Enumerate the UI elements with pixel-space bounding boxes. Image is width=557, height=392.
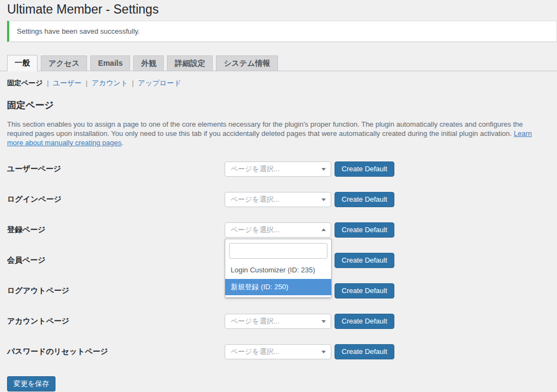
create-default-button[interactable]: Create Default [335,283,394,298]
save-changes-button[interactable]: 変更を保存 [7,376,55,391]
settings-tab-label: アクセス [48,59,79,67]
field-label: 会員ページ [7,256,225,265]
settings-tab-label: 一般 [15,58,30,67]
settings-tab[interactable]: Emails [90,55,130,71]
settings-row: アカウントページ ページを選択... Create Default [7,314,557,329]
page-select-placeholder: ページを選択... [231,225,280,235]
create-default-button[interactable]: Create Default [335,344,394,359]
dropdown-option[interactable]: Login Customizer (ID: 235) [225,263,331,277]
page-select[interactable]: ページを選択... [225,314,331,329]
field-label: パスワードのリセットページ [7,347,225,357]
success-notice-message: Settings have been saved successfully. [17,27,140,35]
section-description-period: . [121,139,123,147]
chevron-down-icon [321,198,326,201]
settings-tabs: 一般アクセスEmails外観詳細設定システム情報 [0,55,557,71]
dropdown-options: Login Customizer (ID: 235)新規登録 (ID: 250) [225,263,331,295]
create-default-button[interactable]: Create Default [335,192,394,207]
settings-tab-label: システム情報 [224,59,270,67]
page-select[interactable]: ページを選択... [225,344,331,359]
settings-tab[interactable]: アクセス [41,55,87,71]
create-default-button[interactable]: Create Default [335,222,394,238]
page-select[interactable]: ページを選択... Login Customizer (ID: 235)新規登録… [225,222,331,238]
dropdown-option[interactable]: 新規登録 (ID: 250) [225,279,331,295]
settings-tab[interactable]: システム情報 [216,55,277,71]
field-label: ユーザーページ [7,164,225,174]
field-label: ログアウトページ [7,286,225,296]
page-select[interactable]: ページを選択... [225,192,331,207]
page-select[interactable]: ページを選択... [225,161,331,177]
page-select-placeholder: ページを選択... [231,195,280,204]
page-select-placeholder: ページを選択... [231,347,280,357]
field-label: ログインページ [7,195,225,204]
create-default-button[interactable]: Create Default [335,161,394,177]
subnav-separator: | [84,79,90,87]
settings-tab-label: 詳細設定 [175,59,205,67]
field-label: アカウントページ [7,316,225,326]
subnav: 固定ページ | ユーザー | アカウント | アップロード [7,79,557,87]
chevron-down-icon [321,320,326,323]
chevron-down-icon [321,168,326,171]
settings-tab-label: Emails [98,59,122,67]
settings-row: 登録ページ ページを選択... Login Customizer (ID: 23… [7,222,557,238]
page-title: Ultimate Member - Settings [7,0,557,16]
settings-tab[interactable]: 一般 [7,55,38,71]
select-dropdown: Login Customizer (ID: 235)新規登録 (ID: 250) [225,239,332,298]
create-default-button[interactable]: Create Default [335,314,394,329]
subnav-separator: | [130,79,136,87]
subnav-link[interactable]: アップロード [138,79,182,87]
settings-row: ユーザーページ ページを選択... Create Default [7,161,557,177]
subnav-item-current[interactable]: 固定ページ [7,79,43,87]
settings-row: パスワードのリセットページ ページを選択... Create Default [7,344,557,359]
settings-tab-label: 外観 [141,59,156,67]
settings-tab[interactable]: 詳細設定 [167,55,213,71]
settings-tab[interactable]: 外観 [133,55,164,71]
section-description-text: This section enables you to assign a pag… [7,120,523,138]
chevron-down-icon [321,228,326,231]
subnav-link[interactable]: ユーザー [53,79,82,87]
section-heading: 固定ページ [7,100,557,111]
success-notice: Settings have been saved successfully. [7,21,557,42]
field-label: 登録ページ [7,225,225,235]
settings-row: ログインページ ページを選択... Create Default [7,192,557,207]
chevron-down-icon [321,351,326,353]
subnav-link[interactable]: アカウント [91,79,128,87]
create-default-button[interactable]: Create Default [335,253,394,268]
page-select-placeholder: ページを選択... [231,316,280,326]
settings-form: ユーザーページ ページを選択... Create Default ログインページ… [0,161,557,359]
subnav-separator: | [45,79,51,87]
section-description: This section enables you to assign a pag… [7,120,550,147]
dropdown-search-input[interactable] [229,243,327,259]
page-select-placeholder: ページを選択... [231,164,280,174]
